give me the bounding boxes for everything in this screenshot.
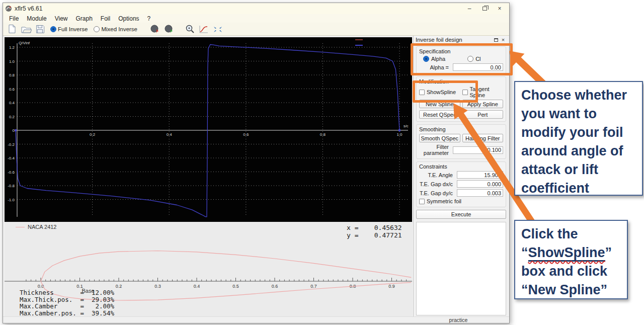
foil-stat-line: Max.Thick.pos. = 29.03% — [20, 296, 114, 303]
reset-foil-scale-button[interactable] — [212, 24, 224, 35]
symmetric-foil-label: Symmetric foil — [427, 198, 461, 204]
mixed-inverse-option[interactable]: Mixed Inverse — [94, 26, 137, 32]
menu-graph[interactable]: Graph — [72, 15, 97, 22]
screenshot-stage: xflr5 v6.61 – × File Module View Graph F… — [0, 0, 644, 325]
save-button[interactable] — [34, 24, 46, 35]
symmetric-foil-option[interactable]: Symmetric foil — [419, 198, 503, 204]
title-bar[interactable]: xflr5 v6.61 – × — [3, 3, 509, 14]
status-bar: practice — [3, 316, 509, 323]
symmetric-foil-checkbox[interactable] — [419, 199, 425, 204]
constraints-title: Constraints — [419, 164, 503, 170]
te-gap-dx-label: T.E. Gap dx/c — [419, 181, 455, 187]
y-tick-label: 0.8 — [9, 73, 15, 77]
reset-graph-scale-button[interactable] — [198, 24, 210, 35]
foil-legend: NACA 2412 — [16, 224, 56, 230]
close-button[interactable]: × — [492, 4, 507, 14]
toolbar: Full Inverse Mixed Inverse — [3, 23, 509, 36]
restore-icon — [482, 7, 487, 11]
foil-x-tick-label: 0.6 — [272, 284, 278, 289]
save-icon — [36, 25, 45, 34]
store-foil-button[interactable] — [148, 24, 160, 35]
foil-x-tick-label: 0.2 — [116, 284, 122, 289]
smooth-qspec-button[interactable]: Smooth QSpec — [419, 134, 460, 142]
menu-help[interactable]: ? — [143, 15, 155, 22]
te-angle-label: T.E. Angle — [419, 172, 455, 178]
reset-qspec-button[interactable]: Reset QSpec — [419, 110, 460, 119]
curve-endpoint-marker — [15, 129, 17, 131]
y-tick-label: 0 — [13, 128, 15, 133]
menu-module[interactable]: Module — [23, 15, 50, 22]
smoothing-title: Smoothing — [419, 126, 503, 132]
te-angle-input[interactable]: 15.905 — [457, 171, 503, 179]
annotation-line: “ShowSpline” — [521, 243, 627, 262]
filter-parameter-label: Filter parameter — [419, 144, 451, 156]
zoom-in-icon — [185, 24, 195, 34]
store-foil-red-icon — [150, 24, 159, 34]
foil-x-tick-label: 0.5 — [232, 284, 239, 289]
menu-view[interactable]: View — [51, 15, 72, 22]
qspec-curve — [16, 45, 399, 217]
te-gap-dx-input[interactable]: 0.000 — [457, 180, 503, 188]
menu-options[interactable]: Options — [114, 15, 143, 22]
y-tick-label: -0.8 — [8, 184, 15, 188]
annotation-line: you want to — [521, 105, 642, 123]
te-gap-dy-label: T.E. Gap dy/c — [419, 190, 455, 196]
foil-stat-line: Max.Camber = 2.00% — [20, 303, 114, 310]
annotation-line: coefficient — [521, 179, 642, 198]
foil-x-tick-label: 0.9 — [388, 284, 395, 289]
reset-graph-scale-icon — [199, 25, 209, 34]
mixed-inverse-label: Mixed Inverse — [101, 26, 137, 32]
open-file-button[interactable] — [20, 24, 32, 35]
output-log-box — [416, 222, 506, 315]
open-folder-icon — [21, 25, 32, 34]
te-gap-dy-input[interactable]: 0.003 — [457, 189, 503, 197]
annotation-line: Click the — [521, 225, 627, 243]
pert-button[interactable]: Pert — [462, 110, 504, 119]
x-tick-label: 0.6 — [243, 132, 249, 137]
x-tick-label: 0.2 — [90, 132, 96, 137]
restore-button[interactable] — [477, 4, 492, 14]
panel-close-button[interactable]: × — [500, 37, 507, 43]
foil-statistics: Thickness = 12.00%Max.Thick.pos. = 29.03… — [20, 289, 114, 316]
extract-foil-button[interactable] — [163, 24, 175, 35]
minimize-button[interactable]: – — [462, 4, 477, 14]
full-inverse-radio[interactable] — [50, 26, 56, 32]
x-tick-label: 1.0 — [396, 132, 403, 137]
y-tick-label: 0.6 — [9, 87, 15, 92]
hanning-filter-button[interactable]: Hanning Filter — [462, 134, 504, 142]
store-foil-green-icon — [164, 24, 174, 34]
cursor-coordinates: x = 0.45632 y = 0.47721 — [347, 224, 402, 239]
menu-foil[interactable]: Foil — [97, 15, 114, 22]
foil-name-label: NACA 2412 — [28, 224, 56, 230]
x-axis-title: s/c — [404, 124, 409, 128]
annotation-line: attack or lift — [521, 160, 642, 179]
y-tick-label: -0.4 — [8, 156, 15, 160]
y-tick-label: 1.2 — [9, 45, 15, 50]
qspec-graph[interactable]: 1.21.00.80.60.40.20-0.2-0.4-0.6-0.8-1.00… — [5, 37, 412, 222]
y-tick-label: -0.2 — [8, 142, 15, 147]
main-content: 1.21.00.80.60.40.20-0.2-0.4-0.6-0.8-1.00… — [3, 36, 509, 316]
zoom-in-button[interactable] — [184, 24, 196, 35]
execute-button[interactable]: Execute — [416, 210, 506, 219]
full-inverse-option[interactable]: Full Inverse — [50, 26, 88, 32]
filter-parameter-input[interactable]: 0.100 — [453, 146, 503, 154]
foil-x-tick-label: 0.3 — [154, 284, 161, 289]
showspline-highlight-box — [413, 80, 478, 103]
y-tick-label: 1.0 — [9, 59, 15, 64]
inverse-foil-design-panel: Inverse foil design × Specification Alph… — [413, 36, 509, 317]
foil-stat-line: Thickness = 12.00% — [20, 289, 114, 296]
annotation-textbox-spline: Click the “ShowSpline” box and click “Ne… — [514, 220, 628, 299]
menu-file[interactable]: File — [5, 15, 23, 22]
foil-stat-line: Max.Camber.pos. = 39.54% — [20, 310, 114, 317]
mixed-inverse-radio[interactable] — [94, 26, 100, 32]
y-tick-label: 0.2 — [9, 115, 15, 119]
menu-bar: File Module View Graph Foil Options ? — [3, 14, 509, 23]
window-title: xflr5 v6.61 — [15, 5, 462, 12]
foil-view[interactable]: 0.00.10.20.30.40.50.60.70.80.9Base NACA … — [5, 222, 412, 317]
qspec-plot-svg: 1.21.00.80.60.40.20-0.2-0.4-0.6-0.8-1.00… — [5, 37, 412, 222]
panel-title: Inverse foil design — [416, 37, 493, 43]
y-tick-label: -0.6 — [8, 170, 15, 175]
new-file-button[interactable] — [6, 24, 18, 35]
panel-float-button[interactable] — [493, 37, 500, 43]
foil-x-tick-label: 0.4 — [194, 284, 200, 289]
